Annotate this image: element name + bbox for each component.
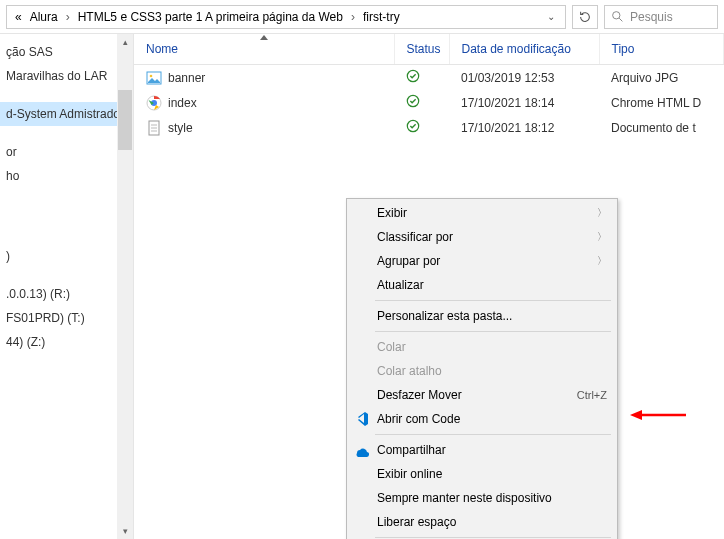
file-date: 17/10/2021 18:14 [449,90,599,115]
breadcrumb-segment[interactable]: first-try [361,10,402,24]
status-ok-icon [406,72,420,86]
sidebar-item[interactable]: Maravilhas do LAR [0,64,117,88]
context-menu: Exibir〉Classificar por〉Agrupar por〉Atual… [346,198,618,539]
menu-separator [375,434,611,435]
menu-item-label: Exibir [377,206,407,220]
refresh-icon [578,10,592,24]
table-row[interactable]: style17/10/2021 18:12Documento de t [134,115,724,140]
menu-separator [375,331,611,332]
menu-item[interactable]: Compartilhar [347,438,617,462]
sidebar-item[interactable]: ) [0,244,117,268]
menu-item-label: Colar [377,340,406,354]
breadcrumb[interactable]: « Alura › HTML5 e CSS3 parte 1 A primeir… [6,5,566,29]
file-date: 17/10/2021 18:12 [449,115,599,140]
sidebar-item[interactable]: d-System Admistrador [0,102,117,126]
table-row[interactable]: banner01/03/2019 12:53Arquivo JPG [134,65,724,91]
chevron-right-icon: › [349,10,357,24]
menu-item-label: Classificar por [377,230,453,244]
menu-separator [375,537,611,538]
menu-item-label: Compartilhar [377,443,446,457]
column-header-name[interactable]: Nome [134,34,394,65]
search-input[interactable]: Pesquis [604,5,718,29]
sidebar-item[interactable]: ho [0,164,117,188]
vscode-icon [353,411,369,427]
svg-point-0 [613,12,620,19]
file-date: 01/03/2019 12:53 [449,65,599,91]
scroll-down-icon[interactable]: ▾ [117,523,133,539]
menu-item[interactable]: Exibir online [347,462,617,486]
menu-item-label: Sempre manter neste dispositivo [377,491,552,505]
chevron-right-icon: 〉 [597,206,607,220]
chevron-right-icon: 〉 [597,230,607,244]
file-type: Arquivo JPG [599,65,724,91]
column-header-modified[interactable]: Data de modificação [449,34,599,65]
search-placeholder: Pesquis [630,10,673,24]
breadcrumb-segment[interactable]: Alura [28,10,60,24]
onedrive-icon [353,442,369,458]
chevron-down-icon[interactable]: ⌄ [543,11,559,22]
file-icon [146,120,162,136]
svg-line-1 [619,18,622,21]
status-ok-icon [406,122,420,136]
refresh-button[interactable] [572,5,598,29]
menu-item-label: Abrir com Code [377,412,460,426]
chevron-right-icon: 〉 [597,254,607,268]
column-header-status[interactable]: Status [394,34,449,65]
sidebar-item[interactable]: .0.0.13) (R:) [0,282,117,306]
svg-point-3 [150,74,153,77]
scrollbar[interactable]: ▴ ▾ [117,34,133,539]
menu-item[interactable]: Atualizar [347,273,617,297]
menu-item[interactable]: Classificar por〉 [347,225,617,249]
svg-marker-14 [630,410,642,420]
sidebar-item[interactable]: FS01PRD) (T:) [0,306,117,330]
menu-item-label: Atualizar [377,278,424,292]
file-type: Documento de t [599,115,724,140]
sidebar-item[interactable]: or [0,140,117,164]
annotation-arrow [628,400,688,433]
file-name: style [168,121,193,135]
scroll-up-icon[interactable]: ▴ [117,34,133,50]
menu-item-label: Personalizar esta pasta... [377,309,512,323]
breadcrumb-prefix: « [13,10,24,24]
navigation-pane: ção SASMaravilhas do LARd-System Admistr… [0,34,134,539]
menu-item-label: Exibir online [377,467,442,481]
menu-separator [375,300,611,301]
menu-item[interactable]: Agrupar por〉 [347,249,617,273]
table-row[interactable]: index17/10/2021 18:14Chrome HTML D [134,90,724,115]
menu-item[interactable]: Abrir com Code [347,407,617,431]
breadcrumb-segment[interactable]: HTML5 e CSS3 parte 1 A primeira página d… [76,10,345,24]
status-ok-icon [406,97,420,111]
menu-item[interactable]: Desfazer MoverCtrl+Z [347,383,617,407]
menu-item-label: Liberar espaço [377,515,456,529]
menu-item: Colar atalho [347,359,617,383]
address-toolbar: « Alura › HTML5 e CSS3 parte 1 A primeir… [0,0,724,34]
file-icon [146,70,162,86]
file-name: banner [168,71,205,85]
menu-item[interactable]: Sempre manter neste dispositivo [347,486,617,510]
menu-item[interactable]: Exibir〉 [347,201,617,225]
search-icon [611,10,624,23]
chevron-right-icon: › [64,10,72,24]
sidebar-item[interactable]: 44) (Z:) [0,330,117,354]
menu-item-label: Agrupar por [377,254,440,268]
menu-item[interactable]: Personalizar esta pasta... [347,304,617,328]
file-name: index [168,96,197,110]
file-type: Chrome HTML D [599,90,724,115]
menu-item: Colar [347,335,617,359]
sidebar-item[interactable]: ção SAS [0,40,117,64]
menu-shortcut: Ctrl+Z [577,389,607,401]
file-icon [146,95,162,111]
scroll-thumb[interactable] [118,90,132,150]
menu-item[interactable]: Liberar espaço [347,510,617,534]
menu-item-label: Desfazer Mover [377,388,462,402]
column-header-type[interactable]: Tipo [599,34,724,65]
menu-item-label: Colar atalho [377,364,442,378]
